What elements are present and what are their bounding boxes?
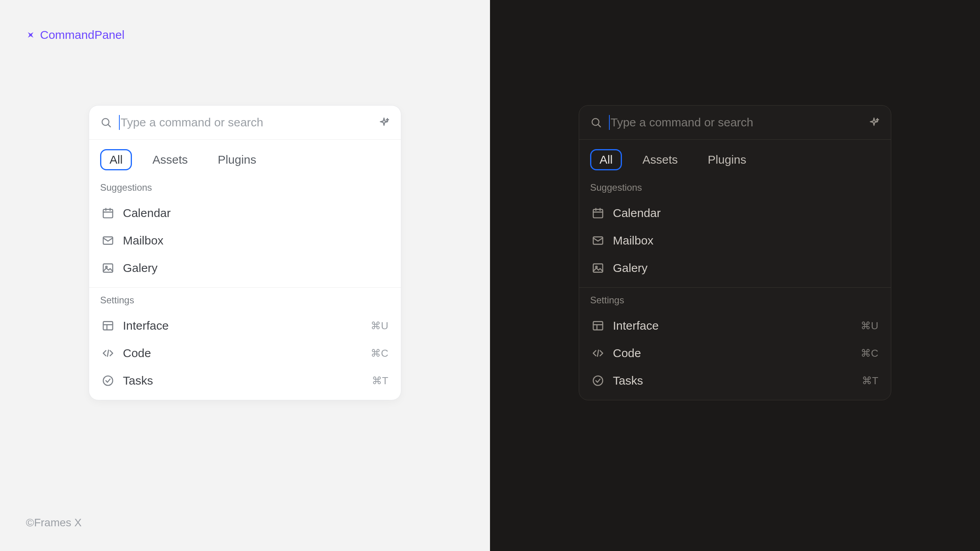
layout-icon: [592, 319, 604, 332]
check-icon: [592, 374, 604, 387]
shortcut: ⌘C: [861, 347, 878, 359]
section-label-settings: Settings: [89, 288, 401, 310]
menu-item-label: Code: [123, 347, 362, 360]
menu-item-interface[interactable]: Interface ⌘U: [96, 312, 394, 339]
tab-all[interactable]: All: [590, 149, 622, 170]
search-input[interactable]: [119, 115, 371, 130]
code-icon: [592, 347, 604, 359]
calendar-icon: [592, 207, 604, 219]
tab-assets[interactable]: Assets: [143, 149, 197, 170]
menu-item-calendar[interactable]: Calendar: [96, 199, 394, 227]
menu-item-code[interactable]: Code ⌘C: [586, 339, 884, 367]
tab-assets[interactable]: Assets: [633, 149, 687, 170]
shortcut: ⌘C: [371, 347, 388, 359]
section-label-settings: Settings: [579, 288, 891, 310]
menu-item-tasks[interactable]: Tasks ⌘T: [586, 367, 884, 394]
menu-item-code[interactable]: Code ⌘C: [96, 339, 394, 367]
search-input[interactable]: [609, 115, 861, 130]
menu-item-label: Calendar: [123, 206, 388, 220]
menu-item-label: Tasks: [123, 374, 363, 387]
tabs-row: All Assets Plugins: [89, 140, 401, 175]
tabs-row: All Assets Plugins: [579, 140, 891, 175]
calendar-icon: [102, 207, 114, 219]
menu-item-label: Interface: [613, 319, 852, 332]
svg-point-13: [593, 376, 603, 385]
shortcut: ⌘T: [862, 375, 878, 387]
menu-item-label: Tasks: [613, 374, 853, 387]
section-label-suggestions: Suggestions: [89, 175, 401, 197]
menu-item-mailbox[interactable]: Mailbox: [586, 227, 884, 254]
section-label-suggestions: Suggestions: [579, 175, 891, 197]
ai-sparkle-icon[interactable]: [378, 117, 390, 128]
svg-rect-3: [103, 264, 113, 272]
svg-rect-1: [103, 210, 113, 218]
svg-point-0: [102, 119, 109, 126]
menu-item-label: Code: [613, 347, 852, 360]
svg-rect-12: [593, 321, 603, 330]
search-icon: [590, 117, 602, 128]
menu-item-label: Galery: [613, 261, 878, 275]
menu-item-mailbox[interactable]: Mailbox: [96, 227, 394, 254]
component-title: CommandPanel: [26, 28, 124, 42]
shortcut: ⌘T: [372, 375, 388, 387]
menu-item-label: Interface: [123, 319, 362, 332]
shortcut: ⌘U: [861, 320, 878, 332]
code-icon: [102, 347, 114, 359]
sparkle-icon: [26, 30, 35, 40]
menu-item-tasks[interactable]: Tasks ⌘T: [96, 367, 394, 394]
component-title-text: CommandPanel: [40, 28, 124, 42]
tab-plugins[interactable]: Plugins: [208, 149, 265, 170]
search-row: [89, 106, 401, 140]
footer-credit: ©Frames X: [26, 516, 82, 529]
svg-point-7: [592, 119, 599, 126]
menu-item-galery[interactable]: Galery: [96, 254, 394, 282]
shortcut: ⌘U: [371, 320, 388, 332]
menu-item-galery[interactable]: Galery: [586, 254, 884, 282]
ai-sparkle-icon[interactable]: [868, 117, 880, 128]
svg-rect-8: [593, 210, 603, 218]
mail-icon: [592, 234, 604, 247]
layout-icon: [102, 319, 114, 332]
search-row: [579, 106, 891, 140]
menu-item-calendar[interactable]: Calendar: [586, 199, 884, 227]
menu-item-label: Calendar: [613, 206, 878, 220]
image-icon: [102, 262, 114, 274]
svg-point-6: [103, 376, 113, 385]
menu-item-label: Mailbox: [123, 234, 388, 247]
check-icon: [102, 374, 114, 387]
search-icon: [100, 117, 112, 128]
command-panel-dark: All Assets Plugins Suggestions Calendar …: [579, 105, 891, 400]
menu-item-label: Mailbox: [613, 234, 878, 247]
image-icon: [592, 262, 604, 274]
tab-plugins[interactable]: Plugins: [698, 149, 755, 170]
menu-item-label: Galery: [123, 261, 388, 275]
mail-icon: [102, 234, 114, 247]
svg-rect-5: [103, 321, 113, 330]
command-panel-light: All Assets Plugins Suggestions Calendar …: [89, 105, 401, 400]
tab-all[interactable]: All: [100, 149, 132, 170]
svg-rect-10: [593, 264, 603, 272]
menu-item-interface[interactable]: Interface ⌘U: [586, 312, 884, 339]
